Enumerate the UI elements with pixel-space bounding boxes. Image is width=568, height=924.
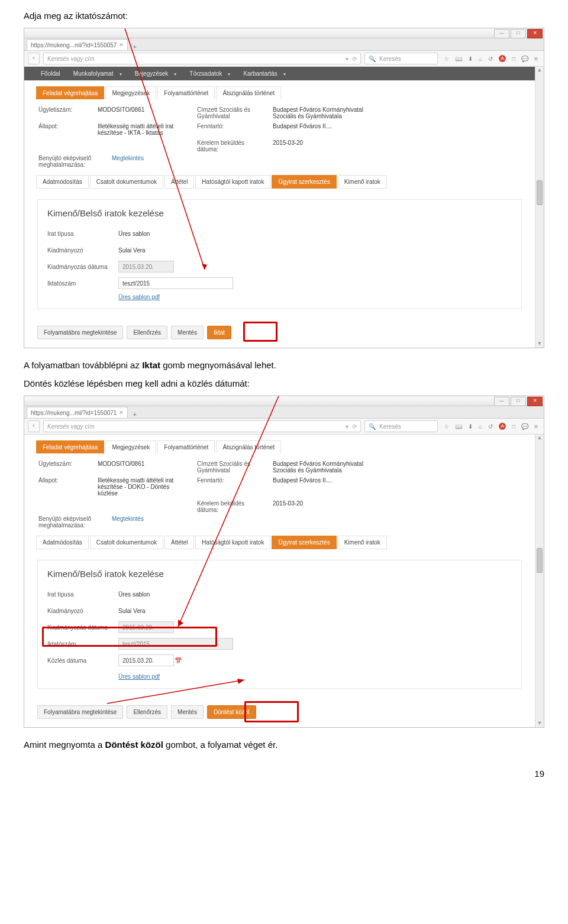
downloads-icon[interactable]: ⬇ bbox=[468, 56, 473, 62]
adblock-icon[interactable]: A bbox=[499, 55, 506, 62]
label-rep: Benyújtó eképviselő meghatalmazása: bbox=[38, 516, 98, 529]
btn-iktat[interactable]: Iktat bbox=[207, 326, 231, 339]
nav-item-munkafolyamat[interactable]: Munkafolyamat▾ bbox=[69, 69, 127, 78]
scroll-down-icon[interactable]: ▼ bbox=[537, 720, 543, 727]
btn-folyamatabra[interactable]: Folyamatábra megtekintése bbox=[37, 326, 123, 339]
scroll-down-icon[interactable]: ▼ bbox=[537, 341, 543, 348]
tab-close-icon[interactable]: ✕ bbox=[119, 410, 124, 416]
dropdown-icon[interactable]: ▾ bbox=[346, 56, 348, 62]
label-fenntarto: Fenntartó: bbox=[197, 123, 262, 136]
subtab-adatmodositas[interactable]: Adatmódosítás bbox=[36, 536, 89, 549]
nav-item-torzsadatok[interactable]: Törzsadatok▾ bbox=[185, 69, 235, 78]
reload-icon[interactable]: ⟳ bbox=[352, 423, 357, 430]
btn-ellenorzes[interactable]: Ellenőrzés bbox=[127, 326, 167, 339]
window-maximize-button[interactable]: □ bbox=[511, 397, 526, 406]
link-sablon-pdf[interactable]: Üres sablon.pdf bbox=[118, 294, 512, 300]
subtab-kimeno[interactable]: Kimenő iratok bbox=[338, 175, 387, 189]
window-close-button[interactable]: ✕ bbox=[527, 397, 543, 406]
value-irat-tipusa: Üres sablon bbox=[118, 231, 150, 237]
label-irat-tipusa: Irat típusa bbox=[47, 591, 118, 598]
reload-icon[interactable]: ⟳ bbox=[352, 56, 357, 62]
panel-icon[interactable]: □ bbox=[512, 56, 515, 62]
subtab-csatolt[interactable]: Csatolt dokumentumok bbox=[90, 175, 163, 189]
scroll-thumb[interactable] bbox=[537, 180, 543, 205]
library-icon[interactable]: 📖 bbox=[455, 423, 462, 430]
subtab-ugyirat[interactable]: Ügyirat szerkesztés bbox=[272, 536, 336, 549]
home-icon[interactable]: ⌂ bbox=[479, 423, 482, 430]
window-minimize-button[interactable]: — bbox=[494, 397, 509, 406]
page-number: 19 bbox=[24, 769, 544, 779]
subtab-adatmodositas[interactable]: Adatmódosítás bbox=[36, 175, 89, 189]
btn-mentes[interactable]: Mentés bbox=[171, 326, 204, 339]
subtab-kimeno[interactable]: Kimenő iratok bbox=[338, 536, 387, 549]
action-bar: Folyamatábra megtekintése Ellenőrzés Men… bbox=[24, 320, 535, 348]
subtab-csatolt[interactable]: Csatolt dokumentumok bbox=[90, 536, 163, 549]
nav-item-fooldal[interactable]: Főoldal bbox=[36, 69, 65, 78]
link-megtekintes[interactable]: Megtekintés bbox=[112, 155, 144, 168]
tab-folyamattortenet[interactable]: Folyamattörténet bbox=[157, 440, 215, 453]
window-close-button[interactable]: ✕ bbox=[527, 29, 543, 38]
scroll-up-icon[interactable]: ▲ bbox=[537, 435, 543, 442]
new-tab-button[interactable]: + bbox=[129, 411, 140, 418]
subtab-hatosag[interactable]: Hatóságtól kapott iratok bbox=[195, 536, 270, 549]
search-bar[interactable]: 🔍 Keresés bbox=[364, 420, 438, 432]
tab-atszignalas[interactable]: Átszignálás történet bbox=[216, 86, 281, 99]
tab-megjegyzesek[interactable]: Megjegyzések bbox=[105, 440, 156, 453]
bookmark-icon[interactable]: ☆ bbox=[444, 56, 449, 62]
chat-icon[interactable]: 💬 bbox=[521, 56, 528, 62]
btn-dontest-kozol[interactable]: Döntést közöl bbox=[207, 705, 256, 719]
home-icon[interactable]: ⌂ bbox=[479, 56, 482, 62]
tab-close-icon[interactable]: ✕ bbox=[119, 42, 124, 48]
scroll-thumb[interactable] bbox=[537, 548, 543, 573]
bookmark-icon[interactable]: ☆ bbox=[444, 423, 449, 430]
input-iktatoszam[interactable] bbox=[118, 277, 233, 289]
btn-mentes[interactable]: Mentés bbox=[171, 705, 204, 719]
subtab-attetel[interactable]: Áttétel bbox=[164, 175, 194, 189]
value-kiadmanyozo: Sulai Vera bbox=[118, 247, 146, 254]
nav-item-bejegyzesek[interactable]: Bejegyzések▾ bbox=[130, 69, 182, 78]
back-button[interactable]: ‹ bbox=[28, 53, 40, 64]
scroll-up-icon[interactable]: ▲ bbox=[537, 67, 543, 74]
tab-megjegyzesek[interactable]: Megjegyzések bbox=[105, 86, 156, 99]
subtab-hatosag[interactable]: Hatóságtól kapott iratok bbox=[195, 175, 270, 189]
subtab-ugyirat[interactable]: Ügyirat szerkesztés bbox=[272, 175, 336, 189]
doc-line-4: Amint megnyomta a Döntést közöl gombot, … bbox=[24, 738, 544, 751]
calendar-icon[interactable]: 📅 bbox=[174, 657, 182, 664]
address-bar[interactable]: Keresés vagy cím ▾ ⟳ bbox=[43, 420, 361, 432]
label-kerelem: Kérelem beküldés dátuma: bbox=[197, 140, 262, 153]
browser-tab[interactable]: https://mukeng...ml/?id=1550057 ✕ bbox=[27, 39, 128, 50]
search-bar[interactable]: 🔍 Keresés bbox=[364, 53, 438, 64]
menu-icon[interactable]: ≡ bbox=[534, 423, 538, 430]
adblock-icon[interactable]: A bbox=[499, 423, 506, 430]
panel-icon[interactable]: □ bbox=[512, 423, 515, 430]
window-maximize-button[interactable]: □ bbox=[511, 29, 526, 38]
back-button[interactable]: ‹ bbox=[28, 420, 40, 432]
library-icon[interactable]: 📖 bbox=[455, 56, 462, 62]
scrollbar[interactable]: ▲ ▼ bbox=[535, 67, 544, 348]
new-tab-button[interactable]: + bbox=[129, 43, 140, 50]
link-megtekintes[interactable]: Megtekintés bbox=[112, 516, 144, 529]
tab-atszignalas[interactable]: Átszignálás történet bbox=[216, 440, 281, 453]
subtab-attetel[interactable]: Áttétel bbox=[164, 536, 194, 549]
panel-title: Kimenő/Belső iratok kezelése bbox=[47, 208, 512, 218]
tab-feladat[interactable]: Feladat végrehajtása bbox=[36, 86, 104, 99]
details-grid: Ügyletiszám: MODOSITO/0861 Címzett Szoci… bbox=[24, 453, 535, 516]
sync-icon[interactable]: ↺ bbox=[488, 56, 493, 62]
nav-item-karbantartas[interactable]: Karbantartás▾ bbox=[238, 69, 290, 78]
action-bar: Folyamatábra megtekintése Ellenőrzés Men… bbox=[24, 699, 535, 727]
address-bar[interactable]: Keresés vagy cím ▾ ⟳ bbox=[43, 53, 361, 64]
browser-tab[interactable]: https://mukeng...ml/?id=1550071 ✕ bbox=[27, 407, 128, 418]
btn-ellenorzes[interactable]: Ellenőrzés bbox=[127, 705, 167, 719]
dropdown-icon[interactable]: ▾ bbox=[346, 423, 348, 430]
link-sablon-pdf[interactable]: Üres sablon.pdf bbox=[118, 673, 512, 680]
input-kozles-datuma[interactable] bbox=[118, 654, 174, 666]
window-minimize-button[interactable]: — bbox=[494, 29, 509, 38]
sync-icon[interactable]: ↺ bbox=[488, 423, 493, 430]
tab-feladat[interactable]: Feladat végrehajtása bbox=[36, 440, 104, 453]
scrollbar[interactable]: ▲ ▼ bbox=[535, 435, 544, 727]
downloads-icon[interactable]: ⬇ bbox=[468, 423, 473, 430]
chat-icon[interactable]: 💬 bbox=[521, 423, 528, 430]
menu-icon[interactable]: ≡ bbox=[534, 56, 538, 62]
btn-folyamatabra[interactable]: Folyamatábra megtekintése bbox=[37, 705, 123, 719]
tab-folyamattortenet[interactable]: Folyamattörténet bbox=[157, 86, 215, 99]
